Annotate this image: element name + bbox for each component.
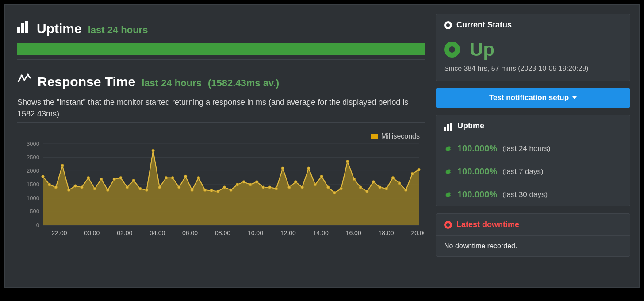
linechart-icon — [17, 72, 31, 88]
svg-point-19 — [61, 164, 64, 167]
status-dot-icon — [444, 221, 452, 229]
svg-point-74 — [418, 168, 420, 171]
svg-text:00:00: 00:00 — [84, 229, 100, 236]
svg-point-56 — [301, 186, 303, 189]
svg-point-55 — [294, 181, 297, 183]
svg-point-47 — [242, 181, 245, 183]
divider — [17, 59, 425, 60]
uptime-pct: 100.000% — [457, 143, 497, 154]
svg-point-1 — [27, 74, 29, 76]
svg-point-30 — [132, 179, 135, 182]
svg-point-37 — [178, 186, 180, 189]
svg-point-40 — [197, 177, 200, 179]
svg-text:1500: 1500 — [27, 181, 39, 188]
svg-point-61 — [333, 191, 336, 194]
uptime-stats-title: Uptime — [457, 121, 484, 131]
svg-point-20 — [67, 189, 70, 191]
uptime-stat-row: 100.000%(last 30 days) — [436, 183, 630, 206]
response-title: Response Time — [38, 74, 135, 89]
svg-point-43 — [216, 190, 219, 193]
svg-text:14:00: 14:00 — [313, 229, 329, 236]
legend-swatch — [371, 134, 378, 139]
response-time-chart[interactable]: 05001000150020002500300022:0000:0002:000… — [17, 141, 425, 240]
svg-point-59 — [320, 175, 323, 178]
svg-text:04:00: 04:00 — [150, 229, 165, 236]
status-since: Since 384 hrs, 57 mins (2023-10-09 19:20… — [436, 64, 630, 81]
svg-text:06:00: 06:00 — [182, 229, 198, 236]
current-status-card: Current Status Up Since 384 hrs, 57 mins… — [436, 14, 630, 81]
status-row: Up — [436, 36, 630, 64]
svg-point-26 — [106, 189, 109, 191]
svg-point-41 — [203, 189, 206, 191]
svg-point-25 — [100, 178, 103, 181]
svg-point-64 — [353, 178, 355, 181]
svg-point-16 — [42, 175, 44, 178]
test-notification-button[interactable]: Test notification setup — [436, 88, 630, 108]
status-indicator-icon — [444, 42, 460, 58]
svg-point-35 — [165, 177, 167, 179]
divider — [17, 122, 425, 123]
bars-icon — [17, 20, 31, 33]
svg-point-67 — [372, 181, 375, 183]
response-subtitle: last 24 hours — [142, 77, 202, 89]
burst-icon — [444, 168, 452, 176]
latest-downtime-body: No downtime recorded. — [436, 236, 630, 256]
response-heading: Response Time last 24 hours (1582.43ms a… — [17, 72, 425, 89]
legend-label: Milliseconds — [381, 132, 420, 140]
uptime-heading: Uptime last 24 hours — [17, 20, 425, 36]
svg-point-29 — [126, 186, 128, 189]
latest-downtime-head: Latest downtime — [436, 214, 630, 236]
response-description: Shows the "instant" that the monitor sta… — [17, 96, 415, 120]
uptime-period: (last 7 days) — [502, 167, 544, 176]
uptime-period: (last 24 hours) — [502, 144, 551, 153]
uptime-pct: 100.000% — [457, 166, 497, 177]
svg-point-28 — [119, 177, 122, 179]
response-avg: (1582.43ms av.) — [208, 77, 279, 89]
uptime-stats-head: Uptime — [436, 115, 630, 137]
svg-point-0 — [21, 75, 23, 77]
latest-downtime-card: Latest downtime No downtime recorded. — [436, 213, 630, 257]
svg-point-52 — [275, 187, 277, 190]
svg-text:16:00: 16:00 — [346, 229, 361, 236]
svg-point-46 — [236, 183, 238, 186]
svg-point-53 — [281, 167, 284, 170]
svg-text:1000: 1000 — [27, 195, 39, 201]
svg-point-51 — [268, 186, 271, 189]
uptime-stat-row: 100.000%(last 24 hours) — [436, 137, 630, 160]
svg-text:08:00: 08:00 — [215, 229, 230, 236]
svg-point-36 — [171, 177, 174, 179]
svg-text:2000: 2000 — [27, 168, 39, 174]
latest-downtime-title: Latest downtime — [456, 220, 519, 229]
uptime-period: (last 30 days) — [502, 190, 548, 199]
svg-point-24 — [93, 187, 96, 190]
svg-point-68 — [379, 186, 381, 189]
svg-point-33 — [152, 149, 154, 152]
svg-point-70 — [391, 177, 394, 179]
svg-text:02:00: 02:00 — [117, 229, 132, 236]
bars-icon — [444, 122, 453, 131]
svg-point-48 — [249, 183, 252, 186]
svg-point-60 — [327, 186, 330, 189]
svg-text:22:00: 22:00 — [51, 229, 67, 236]
svg-text:10:00: 10:00 — [248, 229, 263, 236]
current-status-head: Current Status — [436, 14, 630, 36]
svg-point-49 — [255, 181, 258, 183]
uptime-timeline-bar — [17, 43, 425, 55]
svg-point-62 — [340, 187, 342, 190]
svg-text:3000: 3000 — [27, 141, 39, 147]
uptime-stats-card: Uptime 100.000%(last 24 hours)100.000%(l… — [436, 115, 630, 206]
uptime-stat-row: 100.000%(last 7 days) — [436, 160, 630, 183]
svg-point-50 — [262, 186, 264, 189]
svg-point-65 — [359, 186, 362, 189]
current-status-title: Current Status — [456, 20, 512, 30]
svg-point-21 — [74, 185, 77, 187]
uptime-title: Uptime — [37, 21, 82, 36]
svg-point-45 — [230, 189, 232, 191]
svg-text:0: 0 — [36, 222, 39, 228]
svg-point-58 — [314, 183, 316, 186]
svg-point-57 — [307, 167, 310, 170]
status-dot-icon — [444, 21, 452, 29]
test-notification-label: Test notification setup — [489, 93, 569, 102]
svg-point-73 — [411, 172, 414, 175]
burst-icon — [444, 191, 452, 199]
